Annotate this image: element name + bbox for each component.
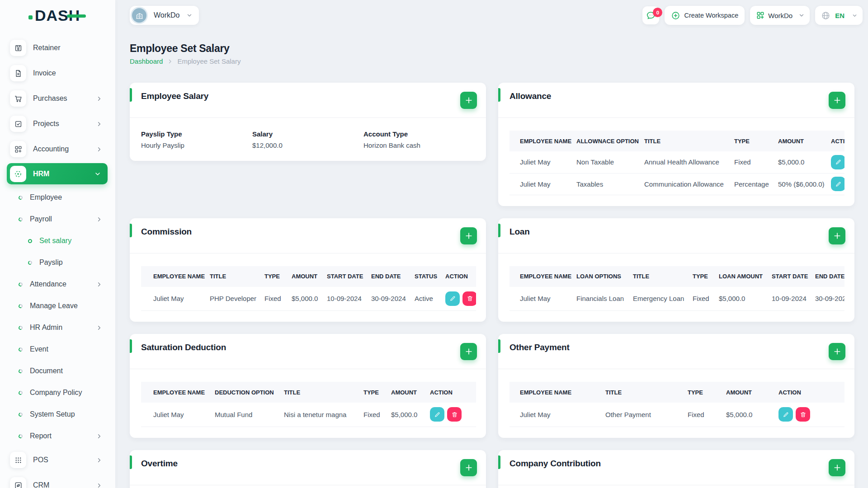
projects-icon [10,116,26,132]
bullet-icon [18,433,24,439]
chevron-down-icon [852,13,858,19]
sidebar-item-document[interactable]: Document [0,360,115,382]
workspace-switcher[interactable]: WorkDo [130,6,199,25]
sidebar-item-label: CRM [33,481,49,488]
table-cell: PHP Developer [198,287,252,311]
chevron-right-icon [96,324,103,331]
add-overtime-button[interactable] [460,459,477,476]
card-header: Allowance [498,83,854,118]
plus-circle-icon [671,11,680,20]
add-company-contribution-button[interactable] [829,459,845,476]
sidebar-item-purchases[interactable]: Purchases [10,90,115,107]
add-loan-button[interactable] [829,227,845,244]
table-cell: 50% ($6,000.0) [768,173,821,195]
sidebar-item-accounting[interactable]: Accounting [10,141,115,157]
sidebar-item-crm[interactable]: CRM [10,477,115,488]
chevron-down-icon [798,12,805,19]
column-header-employee-name: Employee Name [141,382,203,403]
breadcrumb-dashboard-link[interactable]: Dashboard [130,57,163,65]
sidebar-item-hr-admin[interactable]: HR Admin [0,317,115,338]
column-header-amount: Amount [716,382,768,403]
card-title: Commission [141,227,192,236]
add-employee-salary-button[interactable] [460,92,477,109]
sidebar-item-invoice[interactable]: Invoice [10,65,115,81]
column-header-title: Title [623,266,682,287]
sidebar-item-label: Accounting [33,145,69,153]
sidebar-item-projects[interactable]: Projects [10,116,115,132]
edit-button[interactable] [831,155,844,169]
table-cell: Emergency Loan [623,287,682,311]
brand-logo[interactable]: DASH [0,0,115,31]
sidebar-item-manage-leave[interactable]: Manage Leave [0,295,115,317]
language-code: EN [835,12,844,19]
sidebar-item-system-setup[interactable]: System Setup [0,404,115,425]
field-label: Salary [252,130,363,138]
table-cell-actions [418,403,476,427]
sidebar-item-payroll[interactable]: Payroll [0,208,115,230]
chevron-right-icon [96,482,103,488]
add-commission-button[interactable] [460,227,477,244]
hrm-icon [10,166,26,182]
table-cell-actions [821,151,844,173]
column-header-amount: Amount [279,266,315,287]
sidebar-item-event[interactable]: Event [0,338,115,360]
bullet-icon [18,347,24,352]
sidebar-item-label: Payroll [30,215,52,223]
column-header-action: Action [418,382,476,403]
column-header-title: Title [198,266,252,287]
chevron-down-icon [186,12,193,19]
column-header-action: Action [768,382,844,403]
logo-dash-icon [67,14,86,18]
add-saturation-deduction-button[interactable] [460,343,477,360]
edit-button[interactable] [430,407,444,422]
add-other-payment-button[interactable] [829,343,845,360]
sidebar-item-company-policy[interactable]: Company Policy [0,382,115,404]
column-header-title: Title [634,131,724,151]
edit-button[interactable] [778,407,793,422]
commission-table: Employee NameTitleTypeAmountStart DateEn… [141,266,476,311]
sidebar-item-employee[interactable]: Employee [0,187,115,208]
table-cell: $5,000.0 [768,151,821,173]
topbar: WorkDo 0 Create Workspace [130,0,863,31]
add-allowance-button[interactable] [829,92,845,109]
messages-button[interactable]: 0 [642,6,659,24]
bullet-icon [28,238,33,244]
sidebar-item-label: Manage Leave [30,302,78,310]
sidebar-item-pos[interactable]: POS [10,452,115,468]
sidebar-item-hrm[interactable]: HRM [7,163,108,184]
delete-button[interactable] [462,291,476,306]
sidebar-item-label: Retainer [33,44,60,52]
table-cell: Annual Health Allowance [634,151,724,173]
workspace-avatar [132,8,146,23]
table-row: Juliet MayNon TaxableAnnual Health Allow… [509,151,844,173]
sidebar-item-retainer[interactable]: Retainer [10,40,115,56]
plus-icon [833,347,842,356]
edit-button[interactable] [831,177,844,191]
create-workspace-button[interactable]: Create Workspace [665,6,745,25]
sidebar: DASH RetainerInvoicePurchasesProjectsAcc… [0,0,115,488]
sidebar-item-label: Invoice [33,69,56,77]
bullet-icon [18,303,24,309]
field-label: Account Type [363,130,475,138]
edit-button[interactable] [445,291,460,306]
sidebar-item-set-salary[interactable]: Set salary [0,230,115,252]
card-title: Loan [509,227,530,236]
table-cell: Percentage [724,173,768,195]
sidebar-item-report[interactable]: Report [0,425,115,447]
bullet-icon [18,390,24,395]
card-title: Employee Salary [141,91,208,101]
table-cell: Juliet May [509,151,566,173]
crm-icon [10,477,26,488]
sidebar-item-attendance[interactable]: Attendance [0,273,115,295]
table-cell: $5,000.0 [716,403,768,427]
bullet-icon [18,368,24,374]
language-menu[interactable]: EN [815,6,863,25]
delete-button[interactable] [447,407,462,422]
column-header-employee-name: Employee Name [509,266,566,287]
company-contribution-card: Company Contribution [498,450,854,488]
column-header-action: Action [433,266,476,287]
sidebar-item-payslip[interactable]: Payslip [0,252,115,273]
delete-button[interactable] [796,407,810,422]
workspace-menu[interactable]: WorkDo [750,6,810,25]
loan-table: Employee NameLoan OptionsTitleTypeLoan A… [509,266,844,311]
